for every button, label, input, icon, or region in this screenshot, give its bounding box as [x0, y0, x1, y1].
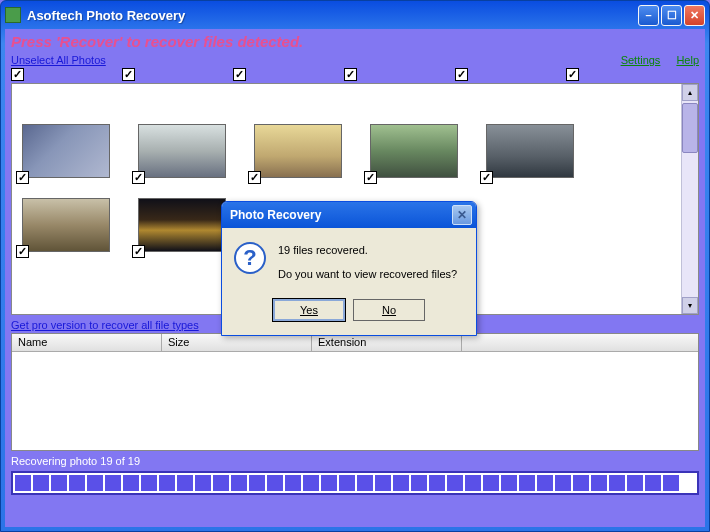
dialog-line2: Do you want to view recovered files? — [278, 266, 457, 284]
column-header-size[interactable]: Size — [162, 334, 312, 351]
scroll-track[interactable] — [682, 153, 698, 297]
column-checkbox[interactable]: ✓ — [455, 68, 468, 81]
dialog-close-button[interactable]: ✕ — [452, 205, 472, 225]
photo-thumbnail — [22, 198, 110, 252]
column-header-name[interactable]: Name — [12, 334, 162, 351]
progress-bar — [11, 471, 699, 495]
header-check-row: ✓ ✓ ✓ ✓ ✓ ✓ — [5, 68, 705, 81]
recovery-dialog: Photo Recovery ✕ ? 19 files recovered. D… — [221, 201, 477, 336]
titlebar[interactable]: Asoftech Photo Recovery – ☐ ✕ — [1, 1, 709, 29]
close-button[interactable]: ✕ — [684, 5, 705, 26]
photo-item[interactable]: ✓ — [370, 124, 458, 178]
column-checkbox[interactable]: ✓ — [566, 68, 579, 81]
yes-button[interactable]: Yes — [273, 299, 345, 321]
dialog-message: 19 files recovered. Do you want to view … — [278, 242, 457, 283]
dialog-title-text: Photo Recovery — [226, 208, 452, 222]
photo-thumbnail — [138, 124, 226, 178]
minimize-button[interactable]: – — [638, 5, 659, 26]
app-icon — [5, 7, 21, 23]
grid-header: Name Size Extension — [12, 334, 698, 352]
photo-checkbox[interactable]: ✓ — [248, 171, 261, 184]
status-text: Recovering photo 19 of 19 — [5, 451, 705, 471]
photo-checkbox[interactable]: ✓ — [364, 171, 377, 184]
photo-checkbox[interactable]: ✓ — [132, 245, 145, 258]
question-icon: ? — [234, 242, 266, 274]
dialog-line1: 19 files recovered. — [278, 242, 457, 260]
scroll-down-button[interactable]: ▾ — [682, 297, 698, 314]
column-checkbox[interactable]: ✓ — [122, 68, 135, 81]
get-pro-link[interactable]: Get pro version to recover all file type… — [11, 319, 199, 331]
maximize-button[interactable]: ☐ — [661, 5, 682, 26]
photo-item[interactable]: ✓ — [22, 198, 110, 252]
photo-thumbnail — [486, 124, 574, 178]
column-checkbox[interactable]: ✓ — [233, 68, 246, 81]
photo-checkbox[interactable]: ✓ — [16, 245, 29, 258]
instruction-text: Press 'Recover' to recover files detecte… — [5, 29, 705, 54]
column-checkbox[interactable]: ✓ — [11, 68, 24, 81]
scroll-thumb[interactable] — [682, 103, 698, 153]
photo-thumbnail — [254, 124, 342, 178]
photo-item[interactable]: ✓ — [254, 124, 342, 178]
help-link[interactable]: Help — [676, 54, 699, 66]
file-grid: Name Size Extension — [11, 333, 699, 451]
photo-thumbnail — [22, 124, 110, 178]
titlebar-text: Asoftech Photo Recovery — [27, 8, 638, 23]
settings-link[interactable]: Settings — [621, 54, 661, 66]
photo-thumbnail — [138, 198, 226, 252]
photo-checkbox[interactable]: ✓ — [16, 171, 29, 184]
photo-checkbox[interactable]: ✓ — [480, 171, 493, 184]
no-button[interactable]: No — [353, 299, 425, 321]
photo-thumbnail — [370, 124, 458, 178]
column-checkbox[interactable]: ✓ — [344, 68, 357, 81]
dialog-titlebar[interactable]: Photo Recovery ✕ — [222, 202, 476, 228]
scrollbar[interactable]: ▴ ▾ — [681, 84, 698, 314]
photo-item[interactable]: ✓ — [486, 124, 574, 178]
photo-item[interactable]: ✓ — [22, 124, 110, 178]
photo-item[interactable]: ✓ — [138, 198, 226, 252]
column-header-blank[interactable] — [462, 334, 698, 351]
scroll-up-button[interactable]: ▴ — [682, 84, 698, 101]
photo-item[interactable]: ✓ — [138, 124, 226, 178]
column-header-extension[interactable]: Extension — [312, 334, 462, 351]
photo-checkbox[interactable]: ✓ — [132, 171, 145, 184]
unselect-all-link[interactable]: Unselect All Photos — [11, 54, 106, 66]
app-window: Asoftech Photo Recovery – ☐ ✕ Press 'Rec… — [0, 0, 710, 532]
